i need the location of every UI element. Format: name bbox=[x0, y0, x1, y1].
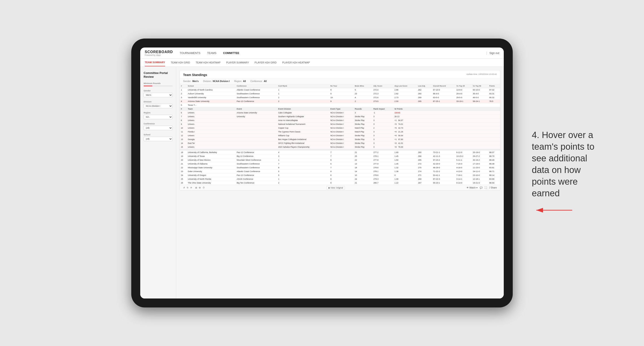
cell-event-type: NCAA Division I bbox=[329, 119, 354, 122]
cell-event-type: NCAA Division I bbox=[329, 122, 354, 126]
subnav-player-h2h-grid[interactable]: PLAYER H2H GRID bbox=[255, 59, 277, 66]
expanded-table-row: 12 Univers Williams Cup NCAA Division I … bbox=[180, 134, 500, 138]
cell-points[interactable]: 90.32 bbox=[488, 96, 500, 100]
cell-vs50: 25-19-0 bbox=[472, 151, 488, 154]
settings-icon[interactable]: ⚙ bbox=[199, 186, 201, 189]
cell-vs50: 35-4-0 bbox=[472, 92, 488, 96]
redo-icon[interactable]: ↻ bbox=[187, 186, 188, 189]
nav-tournaments[interactable]: TOURNAMENTS bbox=[180, 48, 200, 58]
gender-select[interactable]: Men's Women's bbox=[144, 93, 172, 97]
cell-event-type: NCAA Division I bbox=[329, 111, 354, 115]
cell-vs50: 17-19-0 bbox=[472, 162, 488, 166]
toolbar-right: 👁 Watch ▾ 💬 ⛶ ⤴ Share bbox=[466, 186, 497, 189]
cell-no-tour: 8 bbox=[329, 158, 354, 162]
cell-event-div: Copper Cup bbox=[277, 126, 329, 130]
conference-select[interactable]: (All) bbox=[144, 126, 172, 130]
cell-num: 15 bbox=[180, 145, 187, 149]
cell-no-tour: 7 bbox=[329, 151, 354, 154]
school-select[interactable]: (All) bbox=[144, 137, 172, 141]
cell-no-tour: 8 bbox=[329, 181, 354, 185]
cell-points[interactable]: 88.71 bbox=[488, 170, 500, 173]
clock-icon[interactable]: ⏱ bbox=[202, 186, 205, 189]
cell-num: 14 bbox=[180, 141, 187, 145]
undo-icon[interactable]: ↺ bbox=[183, 186, 185, 189]
subnav-team-h2h-grid[interactable]: TEAM H2H GRID bbox=[171, 59, 190, 66]
cell-no-tour: 6 bbox=[329, 173, 354, 177]
subnav-team-h2h-heatmap[interactable]: TEAM H2H HEATMAP bbox=[196, 59, 220, 66]
cell-points[interactable]: 88.14 bbox=[488, 173, 500, 177]
cell-bnds: 14 bbox=[354, 170, 372, 173]
cell-points[interactable]: 97.02 bbox=[488, 88, 500, 92]
table-row: 23 Duke University Atlantic Coast Confer… bbox=[180, 170, 500, 173]
cell-rank: 3 bbox=[180, 96, 187, 100]
comment-icon[interactable]: 💬 bbox=[480, 186, 482, 189]
filter-division-value: NCAA Division I bbox=[213, 80, 230, 82]
toolbar-center: ▶ View: Original bbox=[326, 186, 345, 189]
cell-bnds: 5 bbox=[354, 88, 372, 92]
filter-gender: Gender: Men's bbox=[183, 80, 198, 82]
cell-avg: 2.50 bbox=[393, 100, 417, 103]
subnav-player-summary[interactable]: PLAYER SUMMARY bbox=[226, 59, 249, 66]
cell-num: 6 bbox=[180, 111, 187, 115]
cell-points[interactable]: 88.48 bbox=[488, 162, 500, 166]
col-overall: Overall Record bbox=[432, 84, 455, 88]
nav-committee[interactable]: COMMITTEE bbox=[223, 48, 239, 58]
annotation-arrow bbox=[532, 203, 577, 217]
sidebar-minimum-rounds: Minimum Rounds bbox=[144, 82, 172, 86]
exp-col-event: Event bbox=[236, 107, 277, 111]
share-btn[interactable]: ⤴ Share bbox=[489, 186, 497, 189]
cell-points points-highlight[interactable]: 78.5 bbox=[488, 100, 500, 103]
cell-vs50: 24-11-0 bbox=[472, 170, 488, 173]
cell-record: 73-21-1 bbox=[432, 151, 455, 154]
exp-col-team: Team bbox=[187, 107, 236, 111]
cell-event-type: NCAA Division I bbox=[329, 141, 354, 145]
cell-w-points: +1 97.80 bbox=[393, 138, 500, 141]
cell-school: University of Alabama bbox=[187, 162, 236, 166]
region-select[interactable]: N/A bbox=[144, 115, 172, 119]
cell-points[interactable]: 83.81 bbox=[488, 166, 500, 170]
cell-low: 269 bbox=[417, 177, 432, 181]
cell-points[interactable]: 83.89 bbox=[488, 177, 500, 181]
report-header: Team Standings Update time: 13/03/2024 1… bbox=[180, 70, 500, 79]
cell-rounds: Stroke Play bbox=[354, 138, 372, 141]
sidebar-conference: Conference (All) bbox=[144, 123, 172, 130]
cell-low: 265 bbox=[417, 158, 432, 162]
cell-event-div: OFCC Fighting Illini Invitational bbox=[277, 141, 329, 145]
logo-subtitle: Powered by clippi bbox=[145, 54, 173, 56]
cell-low: 267 bbox=[417, 181, 432, 185]
cell-event-div: Southern Highlands Collegiate bbox=[277, 115, 329, 119]
refresh-icon[interactable]: ⟳ bbox=[190, 186, 192, 189]
cell-w-points: +0 41.01 bbox=[393, 141, 500, 145]
cell-points[interactable]: 88.94 bbox=[488, 181, 500, 185]
copy-icon[interactable]: ⊞ bbox=[195, 186, 197, 189]
sidebar-gender-label: Gender bbox=[144, 90, 172, 92]
cell-conference: Big Ten Conference bbox=[236, 181, 277, 185]
cell-points[interactable]: 88.49 bbox=[488, 158, 500, 162]
subnav-team-summary[interactable]: TEAM SUMMARY bbox=[145, 59, 165, 66]
cell-points[interactable]: 93.31 bbox=[488, 92, 500, 96]
sign-out-link[interactable]: Sign out bbox=[490, 51, 499, 55]
watch-btn[interactable]: 👁 Watch ▾ bbox=[466, 186, 478, 189]
sidebar-min-rounds-slider[interactable] bbox=[144, 86, 172, 86]
col-low-adj: Low Adj. bbox=[417, 84, 432, 88]
top-nav: SCOREBOARD Powered by clippi TOURNAMENTS… bbox=[140, 47, 504, 59]
cell-rank: 25 bbox=[180, 177, 187, 181]
cell-adj: 279.3 bbox=[372, 177, 393, 181]
fullscreen-icon[interactable]: ⛶ bbox=[485, 186, 487, 189]
cell-conf-rank: 1 bbox=[277, 92, 329, 96]
expanded-table-row: 10 Univers Copper Cup NCAA Division I Ma… bbox=[180, 126, 500, 130]
sidebar-min-rounds-label: Minimum Rounds bbox=[144, 82, 172, 84]
nav-teams[interactable]: TEAMS bbox=[207, 48, 216, 58]
cell-num: 7 bbox=[180, 115, 187, 119]
cell-bnds: 24 bbox=[354, 177, 372, 181]
view-original-btn[interactable]: ▶ View: Original bbox=[326, 186, 345, 189]
subnav-player-h2h-heatmap[interactable]: PLAYER H2H HEATMAP bbox=[282, 59, 310, 66]
expanded-table-row: 7 Univers University Southern Highlands … bbox=[180, 115, 500, 119]
cell-event: University bbox=[236, 115, 277, 119]
cell-points[interactable]: 88.07 bbox=[488, 151, 500, 154]
cell-points[interactable]: 88.70 bbox=[488, 154, 500, 158]
division-select[interactable]: NCAA Division I NCAA Division II bbox=[144, 104, 172, 108]
cell-conference: Atlantic Coast Conference bbox=[236, 170, 277, 173]
cell-team: Florida I bbox=[187, 130, 236, 134]
col-avg-low: Avg Low Score bbox=[393, 84, 417, 88]
